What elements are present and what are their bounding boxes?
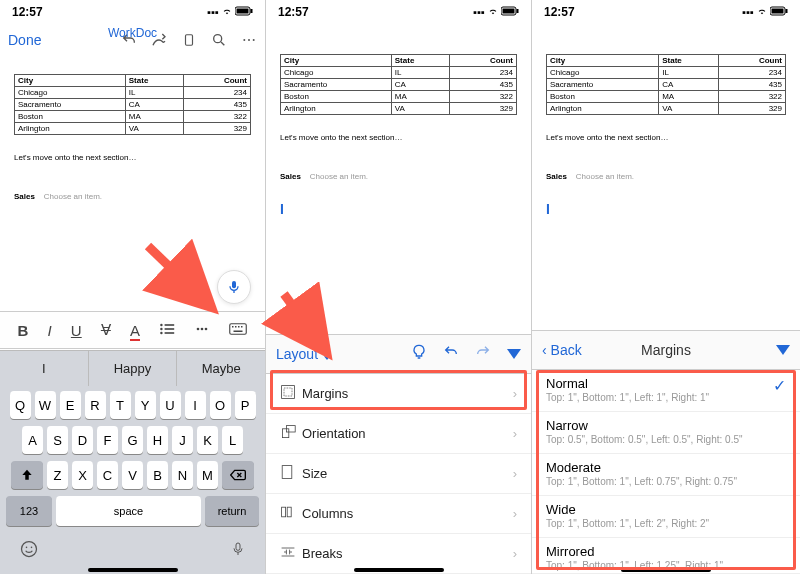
svg-rect-10 — [165, 324, 175, 326]
signal-icon: ▪▪▪ — [742, 6, 754, 18]
svg-rect-27 — [236, 543, 240, 550]
svg-rect-37 — [287, 507, 291, 517]
margins-header: ‹ Back Margins — [532, 330, 800, 370]
ribbon-tab-bar: Layout — [266, 334, 531, 374]
key-f[interactable]: F — [97, 426, 118, 454]
key-o[interactable]: O — [210, 391, 231, 419]
emoji-button[interactable] — [19, 539, 39, 563]
ellipsis-button[interactable] — [194, 321, 210, 340]
key-h[interactable]: H — [147, 426, 168, 454]
wifi-icon — [757, 6, 767, 18]
data-table: CityStateCount ChicagoIL234 SacramentoCA… — [546, 54, 786, 115]
svg-point-9 — [160, 323, 162, 325]
key-b[interactable]: B — [147, 461, 168, 489]
suggest-1[interactable]: I — [0, 351, 89, 386]
clock: 12:57 — [278, 5, 309, 19]
menu-columns[interactable]: Columns › — [266, 494, 531, 534]
svg-rect-33 — [282, 429, 288, 438]
bullets-button[interactable] — [159, 322, 175, 339]
key-a[interactable]: A — [22, 426, 43, 454]
key-c[interactable]: C — [97, 461, 118, 489]
key-q[interactable]: Q — [10, 391, 31, 419]
th-city: City — [15, 75, 126, 87]
svg-rect-30 — [517, 9, 519, 13]
dictate-button[interactable] — [217, 270, 251, 304]
key-n[interactable]: N — [172, 461, 193, 489]
margins-options: ✓ Normal Top: 1", Bottom: 1", Left: 1", … — [532, 370, 800, 574]
key-g[interactable]: G — [122, 426, 143, 454]
svg-point-24 — [22, 542, 37, 557]
margin-option-normal[interactable]: ✓ Normal Top: 1", Bottom: 1", Left: 1", … — [532, 370, 800, 412]
home-indicator[interactable] — [88, 568, 178, 572]
ios-keyboard: Q W E R T Y U I O P A S D F G H J K L — [0, 386, 265, 574]
italic-button[interactable]: I — [48, 322, 52, 339]
status-bar: 12:57 ▪▪▪ — [0, 0, 265, 24]
layout-tab[interactable]: Layout — [276, 346, 332, 362]
body-text: Let's move onto the next section… — [280, 133, 517, 142]
key-t[interactable]: T — [110, 391, 131, 419]
suggest-3[interactable]: Maybe — [177, 351, 265, 386]
key-l[interactable]: L — [222, 426, 243, 454]
menu-size[interactable]: Size › — [266, 454, 531, 494]
fontcolor-button[interactable]: A — [130, 322, 140, 339]
svg-point-15 — [197, 327, 200, 330]
key-r[interactable]: R — [85, 391, 106, 419]
home-indicator[interactable] — [354, 568, 444, 572]
return-key[interactable]: return — [205, 496, 259, 526]
mic-button[interactable] — [230, 539, 246, 563]
key-v[interactable]: V — [122, 461, 143, 489]
document-area[interactable]: CityStateCount ChicagoIL234 SacramentoCA… — [532, 24, 800, 227]
key-j[interactable]: J — [172, 426, 193, 454]
orientation-icon — [280, 424, 302, 443]
table-row: SacramentoCA435 — [547, 79, 786, 91]
svg-point-25 — [26, 547, 28, 549]
chevron-right-icon: › — [513, 546, 517, 561]
margins-icon — [280, 384, 302, 403]
underline-button[interactable]: U — [71, 322, 82, 339]
key-y[interactable]: Y — [135, 391, 156, 419]
suggest-2[interactable]: Happy — [89, 351, 178, 386]
margin-option-moderate[interactable]: Moderate Top: 1", Bottom: 1", Left: 0.75… — [532, 454, 800, 496]
home-indicator[interactable] — [621, 568, 711, 572]
key-p[interactable]: P — [235, 391, 256, 419]
key-k[interactable]: K — [197, 426, 218, 454]
key-i[interactable]: I — [185, 391, 206, 419]
key-s[interactable]: S — [47, 426, 68, 454]
key-w[interactable]: W — [35, 391, 56, 419]
bold-button[interactable]: B — [18, 322, 29, 339]
collapse-icon[interactable] — [507, 345, 521, 363]
sales-row: Sales Choose an item. — [546, 172, 786, 181]
data-table: CityStateCount ChicagoIL234 SacramentoCA… — [280, 54, 517, 115]
key-e[interactable]: E — [60, 391, 81, 419]
key-z[interactable]: Z — [47, 461, 68, 489]
space-key[interactable]: space — [56, 496, 201, 526]
shift-key[interactable] — [11, 461, 43, 489]
svg-rect-12 — [165, 328, 175, 330]
undo-icon[interactable] — [443, 344, 459, 364]
text-cursor: I — [280, 201, 517, 217]
strike-button[interactable]: ∀ — [101, 321, 111, 339]
key-m[interactable]: M — [197, 461, 218, 489]
document-area[interactable]: City State Count ChicagoIL234 Sacramento… — [0, 64, 265, 211]
key-x[interactable]: X — [72, 461, 93, 489]
keyboard-icon[interactable] — [229, 322, 247, 339]
table-row: ChicagoIL234 — [547, 67, 786, 79]
chevron-right-icon: › — [513, 386, 517, 401]
key-d[interactable]: D — [72, 426, 93, 454]
svg-rect-20 — [235, 326, 237, 328]
redo-icon[interactable] — [475, 344, 491, 364]
document-area[interactable]: CityStateCount ChicagoIL234 SacramentoCA… — [266, 24, 531, 227]
margin-option-narrow[interactable]: Narrow Top: 0.5", Bottom: 0.5", Left: 0.… — [532, 412, 800, 454]
lightbulb-icon[interactable] — [411, 344, 427, 364]
menu-orientation[interactable]: Orientation › — [266, 414, 531, 454]
margin-option-wide[interactable]: Wide Top: 1", Bottom: 1", Left: 2", Righ… — [532, 496, 800, 538]
svg-rect-31 — [282, 386, 295, 399]
th-state: State — [125, 75, 184, 87]
menu-margins[interactable]: Margins › — [266, 374, 531, 414]
screenshot-3: 12:57 ▪▪▪ CityStateCount ChicagoIL234 Sa… — [532, 0, 800, 574]
numeric-key[interactable]: 123 — [6, 496, 52, 526]
backspace-key[interactable] — [222, 461, 254, 489]
signal-icon: ▪▪▪ — [473, 6, 485, 18]
key-u[interactable]: U — [160, 391, 181, 419]
svg-rect-14 — [165, 332, 175, 334]
